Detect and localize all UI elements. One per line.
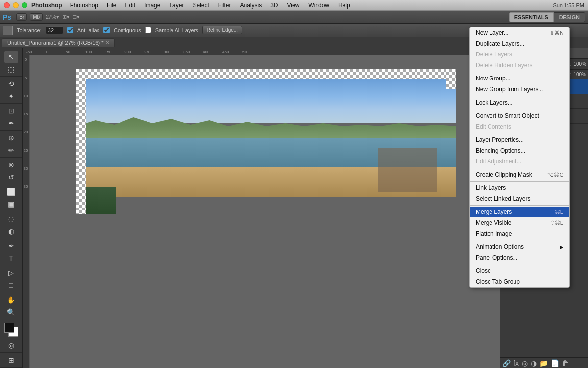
magic-wand-tool[interactable]: ✦ bbox=[4, 90, 18, 102]
cm-sep-4 bbox=[470, 133, 569, 133]
menu-photoshop[interactable]: Photoshop bbox=[66, 1, 102, 10]
menu-select[interactable]: Select bbox=[189, 1, 213, 10]
transparency-right-top bbox=[446, 69, 456, 89]
cm-link-layers[interactable]: Link Layers bbox=[470, 183, 569, 193]
hand-tool[interactable]: ✋ bbox=[4, 294, 18, 306]
cm-panel-options[interactable]: Panel Options... bbox=[470, 252, 569, 263]
canvas-with-ruler: 0 5 10 15 20 25 30 35 bbox=[23, 55, 500, 368]
gradient-tool[interactable]: ▣ bbox=[4, 198, 18, 210]
move-tool[interactable]: ↖ bbox=[4, 51, 18, 63]
anti-alias-checkbox[interactable] bbox=[67, 27, 74, 33]
ruler-v-tick: 25 bbox=[24, 148, 28, 153]
cm-new-group-from-layers[interactable]: New Group from Layers... bbox=[470, 84, 569, 95]
marquee-tool[interactable]: ⬚ bbox=[4, 63, 18, 75]
design-button[interactable]: DESIGN bbox=[554, 12, 585, 22]
cm-edit-adjustment-label: Edit Adjustment... bbox=[476, 158, 521, 165]
cm-merge-visible-shortcut: ⇧⌘E bbox=[550, 220, 564, 226]
crop-tool[interactable]: ⊡ bbox=[4, 105, 18, 117]
color-swatches[interactable] bbox=[4, 323, 18, 337]
tool-group-pen: ✒ T bbox=[0, 239, 22, 265]
cm-merge-layers[interactable]: Merge Layers ⌘E bbox=[470, 207, 569, 217]
cm-close-label: Close bbox=[476, 267, 491, 274]
essentials-button[interactable]: ESSENTIALS bbox=[509, 12, 554, 22]
cm-animation-options[interactable]: Animation Options ▶ bbox=[470, 241, 569, 252]
tab-close-button[interactable]: ✕ bbox=[105, 40, 109, 45]
screen-mode-button[interactable]: ⊞ bbox=[4, 354, 18, 366]
healing-tool[interactable]: ⊕ bbox=[4, 132, 18, 144]
panorama-content bbox=[76, 69, 456, 214]
tolerance-input[interactable] bbox=[46, 26, 63, 34]
add-style-icon[interactable]: fx bbox=[514, 359, 519, 367]
menu-view[interactable]: View bbox=[283, 1, 304, 10]
new-group-icon[interactable]: 📁 bbox=[539, 359, 548, 367]
document-tab[interactable]: Untitled_Panorama1 @ 27% (RGB/16) * ✕ bbox=[2, 38, 115, 47]
app-name: Photoshop bbox=[31, 2, 62, 9]
foreground-color[interactable] bbox=[4, 323, 14, 333]
cm-lock-layers[interactable]: Lock Layers... bbox=[470, 97, 569, 108]
cm-blending-options[interactable]: Blending Options... bbox=[470, 145, 569, 156]
cm-close[interactable]: Close bbox=[470, 265, 569, 276]
cm-flatten-image[interactable]: Flatten Image bbox=[470, 228, 569, 239]
lasso-tool[interactable]: ⟲ bbox=[4, 78, 18, 90]
new-layer-icon[interactable]: 📄 bbox=[551, 359, 559, 367]
cm-layer-properties[interactable]: Layer Properties... bbox=[470, 134, 569, 145]
type-tool[interactable]: T bbox=[4, 252, 18, 264]
ruler-v-tick: 20 bbox=[24, 130, 28, 134]
opacity-value[interactable]: 100% bbox=[573, 61, 586, 67]
canvas-background[interactable] bbox=[30, 55, 500, 361]
refine-edge-button[interactable]: Refine Edge... bbox=[202, 26, 242, 34]
menu-3d[interactable]: 3D bbox=[267, 1, 282, 10]
sample-all-checkbox[interactable] bbox=[145, 27, 151, 33]
cm-merge-visible[interactable]: Merge Visible ⇧⌘E bbox=[470, 217, 569, 228]
cm-new-layer[interactable]: New Layer... ⇧⌘N bbox=[470, 27, 569, 38]
quick-mask-button[interactable]: ◎ bbox=[4, 340, 18, 351]
tool-group-path: ▷ □ bbox=[0, 266, 22, 292]
add-mask-icon[interactable]: ◎ bbox=[522, 359, 528, 367]
menu-image[interactable]: Image bbox=[140, 1, 164, 10]
brush-tool[interactable]: ✏ bbox=[4, 144, 18, 156]
zoom-tool[interactable]: 🔍 bbox=[4, 306, 18, 318]
fill-value[interactable]: 100% bbox=[573, 72, 586, 77]
link-layers-icon[interactable]: 🔗 bbox=[502, 359, 511, 367]
cm-convert-smart-object[interactable]: Convert to Smart Object bbox=[470, 110, 569, 121]
bridge-button[interactable]: Br bbox=[16, 13, 27, 21]
transparency-top bbox=[76, 69, 456, 79]
delete-layer-icon[interactable]: 🗑 bbox=[562, 359, 569, 367]
blur-tool[interactable]: ◌ bbox=[4, 213, 18, 225]
pen-tool[interactable]: ✒ bbox=[4, 240, 18, 252]
cm-create-clipping-mask[interactable]: Create Clipping Mask ⌥⌘G bbox=[470, 169, 569, 180]
cm-flatten-image-label: Flatten Image bbox=[476, 230, 512, 237]
history-brush-tool[interactable]: ↺ bbox=[4, 171, 18, 183]
layers-bottom-bar: 🔗 fx ◎ ◑ 📁 📄 🗑 bbox=[500, 357, 588, 368]
minimize-window-button[interactable] bbox=[13, 2, 19, 8]
horizontal-ruler: -50 0 50 100 150 200 250 300 350 400 450… bbox=[23, 48, 500, 55]
cm-duplicate-layers[interactable]: Duplicate Layers... bbox=[470, 38, 569, 49]
mini-bridge-button[interactable]: Mb bbox=[30, 13, 43, 21]
eyedropper-tool[interactable]: ✒ bbox=[4, 117, 18, 129]
menu-window[interactable]: Window bbox=[304, 1, 333, 10]
menu-help[interactable]: Help bbox=[334, 1, 354, 10]
cm-close-tab-group[interactable]: Close Tab Group bbox=[470, 276, 569, 287]
clone-stamp-tool[interactable]: ⊗ bbox=[4, 159, 18, 171]
eraser-tool[interactable]: ⬜ bbox=[4, 186, 18, 198]
dodge-tool[interactable]: ◐ bbox=[4, 225, 18, 237]
menu-edit[interactable]: Edit bbox=[121, 1, 139, 10]
ruler-tick: 50 bbox=[66, 50, 85, 54]
close-window-button[interactable] bbox=[4, 2, 10, 8]
menu-analysis[interactable]: Analysis bbox=[236, 1, 266, 10]
menu-filter[interactable]: Filter bbox=[214, 1, 235, 10]
tool-group-selection: ↖ ⬚ bbox=[0, 50, 22, 77]
tool-presets[interactable] bbox=[3, 26, 13, 35]
window-controls[interactable] bbox=[4, 2, 27, 8]
cm-new-layer-shortcut: ⇧⌘N bbox=[550, 30, 564, 36]
contiguous-checkbox[interactable] bbox=[103, 27, 110, 33]
ps-logo: Ps bbox=[3, 13, 11, 21]
new-adjustment-icon[interactable]: ◑ bbox=[531, 359, 537, 367]
shape-tool[interactable]: □ bbox=[4, 279, 18, 291]
menu-file[interactable]: File bbox=[103, 1, 120, 10]
cm-select-linked-layers[interactable]: Select Linked Layers bbox=[470, 193, 569, 204]
menu-layer[interactable]: Layer bbox=[165, 1, 188, 10]
maximize-window-button[interactable] bbox=[22, 2, 27, 8]
cm-new-group[interactable]: New Group... bbox=[470, 73, 569, 84]
path-select-tool[interactable]: ▷ bbox=[4, 267, 18, 279]
